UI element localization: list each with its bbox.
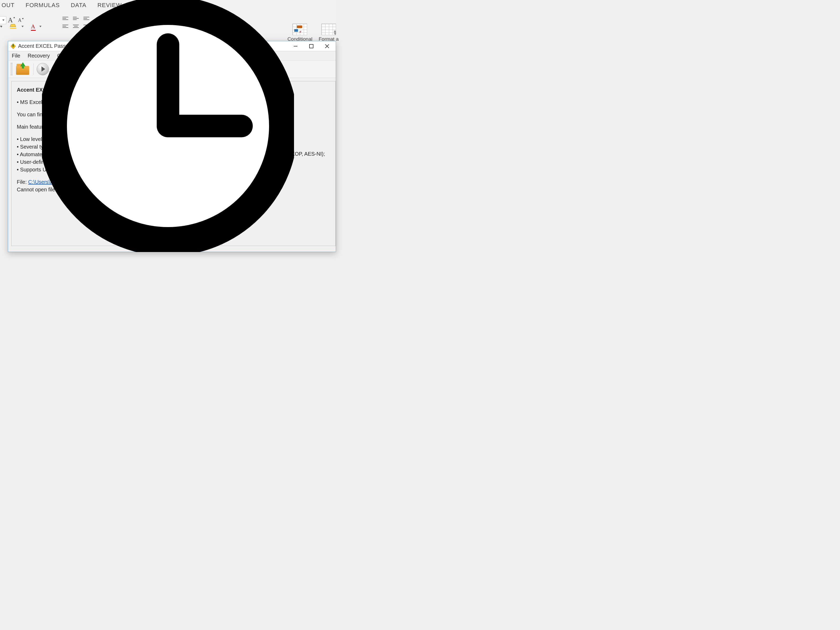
svg-rect-5 [309, 44, 313, 48]
font-color-button[interactable]: A [31, 23, 35, 30]
tab-view[interactable]: VIEW [133, 2, 148, 9]
tooltip: St [49, 71, 58, 78]
window-controls [291, 43, 332, 50]
fill-color-dropdown-icon[interactable] [22, 26, 24, 27]
close-button[interactable] [323, 43, 332, 50]
align-center-icon[interactable] [73, 23, 81, 29]
tab-formulas[interactable]: FORMULAS [25, 2, 60, 9]
open-file-button[interactable] [16, 63, 30, 75]
feature-several-types: Several types of [17, 143, 330, 151]
tab-out[interactable]: OUT [2, 2, 14, 9]
content-heading: Accent EXCEL [17, 86, 330, 94]
tab-data[interactable]: DATA [71, 2, 86, 9]
format-as-table-button[interactable]: ✎ Format a [319, 24, 336, 42]
folder-arrow-icon [20, 62, 25, 66]
conditional-formatting-button[interactable]: ≠ Conditional [287, 24, 313, 42]
features-intro: Main features a [17, 123, 330, 131]
close-icon [325, 44, 330, 49]
number-format-dropdown[interactable] [238, 27, 246, 33]
align-middle-icon[interactable] [73, 15, 81, 22]
file-path-link[interactable]: C:\Users\ADMIN\Deskt [28, 179, 82, 185]
menu-recovery[interactable]: Recovery [28, 53, 50, 59]
maximize-icon [309, 44, 314, 49]
cannot-open-message: Cannot open file. [17, 186, 330, 193]
font-color-dropdown-icon[interactable] [39, 26, 41, 27]
align-top-icon[interactable] [63, 15, 70, 22]
menu-options[interactable]: Opt [57, 53, 66, 59]
font-subrow: A [0, 23, 41, 30]
menubar: File Recovery Opt [8, 51, 336, 60]
feature-unicode: Supports Unicode an [17, 166, 330, 174]
file-line: File: C:\Users\ADMIN\Deskt [17, 178, 330, 186]
align-bottom-icon[interactable] [84, 15, 92, 22]
svg-text:ab: ab [101, 15, 108, 22]
window-title: Accent EXCEL Passw [18, 43, 291, 49]
maximize-button[interactable] [307, 43, 316, 50]
align-right-icon[interactable] [84, 23, 92, 29]
orientation-icon[interactable]: ab [101, 15, 114, 23]
feature-low-level: Low level hand [17, 136, 330, 143]
titlebar[interactable]: Accent EXCEL Passw [8, 41, 336, 51]
decrease-font-icon[interactable]: A [18, 17, 22, 23]
excel-background: OUT FORMULAS DATA REVIEW VIEW A A ab ←.0… [0, 0, 336, 252]
file-label: File: [17, 179, 28, 185]
start-button[interactable] [37, 63, 49, 75]
content-pane: Accent EXCEL MS Excel 95- You can find m… [11, 81, 336, 246]
minimize-icon [293, 44, 298, 49]
menu-file[interactable]: File [12, 53, 20, 59]
accent-excel-window: Accent EXCEL Passw File Recovery Opt [8, 41, 336, 252]
format-as-table-icon: ✎ [321, 24, 336, 35]
app-icon [10, 43, 16, 49]
conditional-formatting-icon: ≠ [292, 24, 307, 35]
svg-rect-3 [13, 44, 14, 47]
play-icon [41, 66, 45, 72]
excel-ribbon-tabs: OUT FORMULAS DATA REVIEW VIEW [0, 0, 336, 11]
alignment-group [63, 15, 92, 29]
fill-color-button[interactable] [9, 24, 17, 29]
align-left-icon[interactable] [63, 23, 70, 29]
tab-review[interactable]: REVIEW [97, 2, 122, 9]
toolbar-grip[interactable] [11, 63, 12, 75]
bullet-excel-versions: MS Excel 95- [17, 98, 330, 106]
minimize-button[interactable] [291, 43, 300, 50]
feature-user-defined: User-defined sets [17, 158, 330, 166]
svg-rect-1 [10, 28, 16, 29]
instruction-right-fragment: X2, XOP, AES-NI); [282, 150, 325, 158]
excel-ribbon-row1: A A ab ←.0.00 .00→.0 [0, 12, 336, 30]
find-more-line: You can find m [17, 111, 330, 118]
styles-group: ≠ Conditional ✎ Format a [287, 24, 336, 42]
